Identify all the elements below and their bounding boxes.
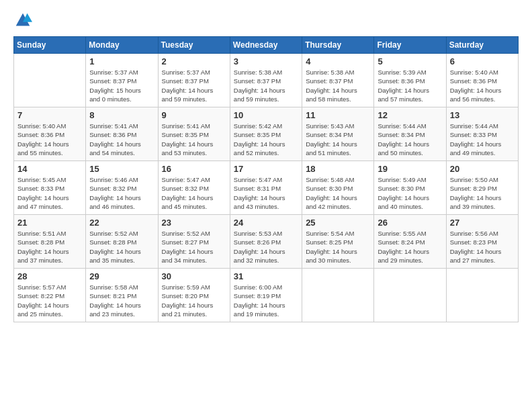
day-number: 24: [234, 218, 298, 228]
day-cell: [14, 54, 86, 107]
header-cell-saturday: Saturday: [446, 37, 518, 54]
day-number: 1: [89, 56, 154, 66]
day-info: Sunrise: 5:43 AM Sunset: 8:34 PM Dayligh…: [306, 122, 370, 157]
day-info: Sunrise: 5:51 AM Sunset: 8:28 PM Dayligh…: [17, 229, 82, 265]
day-number: 26: [378, 218, 442, 228]
day-number: 3: [234, 56, 298, 66]
week-row-5: 28Sunrise: 5:57 AM Sunset: 8:22 PM Dayli…: [14, 269, 519, 322]
day-number: 16: [162, 164, 226, 174]
day-cell: [302, 269, 374, 322]
day-cell: 5Sunrise: 5:39 AM Sunset: 8:36 PM Daylig…: [374, 54, 446, 107]
day-cell: 8Sunrise: 5:41 AM Sunset: 8:36 PM Daylig…: [86, 107, 158, 161]
day-cell: 21Sunrise: 5:51 AM Sunset: 8:28 PM Dayli…: [14, 215, 86, 269]
day-number: 7: [17, 110, 82, 120]
day-cell: 4Sunrise: 5:38 AM Sunset: 8:37 PM Daylig…: [302, 54, 374, 107]
day-info: Sunrise: 5:58 AM Sunset: 8:21 PM Dayligh…: [89, 283, 154, 318]
day-cell: 16Sunrise: 5:47 AM Sunset: 8:32 PM Dayli…: [158, 161, 230, 215]
day-info: Sunrise: 5:37 AM Sunset: 8:37 PM Dayligh…: [89, 68, 154, 103]
header-cell-friday: Friday: [374, 37, 446, 54]
day-number: 10: [234, 110, 298, 120]
day-info: Sunrise: 5:42 AM Sunset: 8:35 PM Dayligh…: [234, 122, 298, 157]
day-number: 23: [162, 218, 226, 228]
day-cell: 10Sunrise: 5:42 AM Sunset: 8:35 PM Dayli…: [230, 107, 302, 161]
day-number: 11: [306, 110, 370, 120]
day-cell: 25Sunrise: 5:54 AM Sunset: 8:25 PM Dayli…: [302, 215, 374, 269]
day-cell: 14Sunrise: 5:45 AM Sunset: 8:33 PM Dayli…: [14, 161, 86, 215]
day-cell: 27Sunrise: 5:56 AM Sunset: 8:23 PM Dayli…: [446, 215, 518, 269]
day-number: 8: [89, 110, 154, 120]
day-info: Sunrise: 5:38 AM Sunset: 8:37 PM Dayligh…: [234, 68, 298, 103]
day-info: Sunrise: 5:44 AM Sunset: 8:33 PM Dayligh…: [450, 122, 515, 157]
day-cell: 22Sunrise: 5:52 AM Sunset: 8:28 PM Dayli…: [86, 215, 158, 269]
day-info: Sunrise: 5:53 AM Sunset: 8:26 PM Dayligh…: [234, 229, 298, 265]
day-info: Sunrise: 5:47 AM Sunset: 8:32 PM Dayligh…: [162, 175, 226, 211]
day-number: 22: [89, 218, 154, 228]
day-cell: 15Sunrise: 5:46 AM Sunset: 8:32 PM Dayli…: [86, 161, 158, 215]
header-cell-wednesday: Wednesday: [230, 37, 302, 54]
header-cell-tuesday: Tuesday: [158, 37, 230, 54]
day-info: Sunrise: 5:47 AM Sunset: 8:31 PM Dayligh…: [234, 175, 298, 211]
header-cell-monday: Monday: [86, 37, 158, 54]
day-info: Sunrise: 5:52 AM Sunset: 8:27 PM Dayligh…: [162, 229, 226, 265]
day-info: Sunrise: 5:45 AM Sunset: 8:33 PM Dayligh…: [17, 175, 82, 211]
day-info: Sunrise: 5:46 AM Sunset: 8:32 PM Dayligh…: [89, 175, 154, 211]
day-cell: [374, 269, 446, 322]
day-number: 4: [306, 56, 370, 66]
day-info: Sunrise: 5:56 AM Sunset: 8:23 PM Dayligh…: [450, 229, 515, 265]
day-number: 31: [234, 271, 298, 281]
day-cell: 17Sunrise: 5:47 AM Sunset: 8:31 PM Dayli…: [230, 161, 302, 215]
day-info: Sunrise: 5:55 AM Sunset: 8:24 PM Dayligh…: [378, 229, 442, 265]
week-row-4: 21Sunrise: 5:51 AM Sunset: 8:28 PM Dayli…: [14, 215, 519, 269]
week-row-2: 7Sunrise: 5:40 AM Sunset: 8:36 PM Daylig…: [14, 107, 519, 161]
logo: [13, 11, 35, 30]
day-info: Sunrise: 5:44 AM Sunset: 8:34 PM Dayligh…: [378, 122, 442, 157]
header-cell-thursday: Thursday: [302, 37, 374, 54]
day-cell: 7Sunrise: 5:40 AM Sunset: 8:36 PM Daylig…: [14, 107, 86, 161]
day-number: 2: [162, 56, 226, 66]
day-info: Sunrise: 5:41 AM Sunset: 8:36 PM Dayligh…: [89, 122, 154, 157]
day-cell: 30Sunrise: 5:59 AM Sunset: 8:20 PM Dayli…: [158, 269, 230, 322]
day-number: 29: [89, 271, 154, 281]
day-cell: 13Sunrise: 5:44 AM Sunset: 8:33 PM Dayli…: [446, 107, 518, 161]
day-cell: 24Sunrise: 5:53 AM Sunset: 8:26 PM Dayli…: [230, 215, 302, 269]
day-info: Sunrise: 5:38 AM Sunset: 8:37 PM Dayligh…: [306, 68, 370, 103]
day-cell: 28Sunrise: 5:57 AM Sunset: 8:22 PM Dayli…: [14, 269, 86, 322]
day-info: Sunrise: 5:49 AM Sunset: 8:30 PM Dayligh…: [378, 175, 442, 211]
day-number: 6: [450, 56, 515, 66]
day-cell: 12Sunrise: 5:44 AM Sunset: 8:34 PM Dayli…: [374, 107, 446, 161]
day-number: 28: [17, 271, 82, 281]
day-info: Sunrise: 5:52 AM Sunset: 8:28 PM Dayligh…: [89, 229, 154, 265]
day-cell: 3Sunrise: 5:38 AM Sunset: 8:37 PM Daylig…: [230, 54, 302, 107]
day-number: 25: [306, 218, 370, 228]
day-info: Sunrise: 5:59 AM Sunset: 8:20 PM Dayligh…: [162, 283, 226, 318]
day-number: 9: [162, 110, 226, 120]
day-number: 14: [17, 164, 82, 174]
day-cell: 26Sunrise: 5:55 AM Sunset: 8:24 PM Dayli…: [374, 215, 446, 269]
day-number: 21: [17, 218, 82, 228]
day-info: Sunrise: 6:00 AM Sunset: 8:19 PM Dayligh…: [234, 283, 298, 318]
day-cell: 19Sunrise: 5:49 AM Sunset: 8:30 PM Dayli…: [374, 161, 446, 215]
day-info: Sunrise: 5:39 AM Sunset: 8:36 PM Dayligh…: [378, 68, 442, 103]
day-number: 13: [450, 110, 515, 120]
page: SundayMondayTuesdayWednesdayThursdayFrid…: [0, 0, 532, 329]
day-cell: 6Sunrise: 5:40 AM Sunset: 8:36 PM Daylig…: [446, 54, 518, 107]
day-cell: 18Sunrise: 5:48 AM Sunset: 8:30 PM Dayli…: [302, 161, 374, 215]
day-cell: 2Sunrise: 5:37 AM Sunset: 8:37 PM Daylig…: [158, 54, 230, 107]
day-cell: 31Sunrise: 6:00 AM Sunset: 8:19 PM Dayli…: [230, 269, 302, 322]
day-cell: 1Sunrise: 5:37 AM Sunset: 8:37 PM Daylig…: [86, 54, 158, 107]
day-number: 30: [162, 271, 226, 281]
day-info: Sunrise: 5:40 AM Sunset: 8:36 PM Dayligh…: [450, 68, 515, 103]
header-row: SundayMondayTuesdayWednesdayThursdayFrid…: [14, 37, 519, 54]
day-number: 15: [89, 164, 154, 174]
day-info: Sunrise: 5:40 AM Sunset: 8:36 PM Dayligh…: [17, 122, 82, 157]
day-number: 18: [306, 164, 370, 174]
day-number: 20: [450, 164, 515, 174]
day-number: 17: [234, 164, 298, 174]
week-row-3: 14Sunrise: 5:45 AM Sunset: 8:33 PM Dayli…: [14, 161, 519, 215]
day-number: 27: [450, 218, 515, 228]
day-info: Sunrise: 5:48 AM Sunset: 8:30 PM Dayligh…: [306, 175, 370, 211]
day-info: Sunrise: 5:37 AM Sunset: 8:37 PM Dayligh…: [162, 68, 226, 103]
day-info: Sunrise: 5:50 AM Sunset: 8:29 PM Dayligh…: [450, 175, 515, 211]
day-info: Sunrise: 5:57 AM Sunset: 8:22 PM Dayligh…: [17, 283, 82, 318]
header: [13, 11, 519, 30]
